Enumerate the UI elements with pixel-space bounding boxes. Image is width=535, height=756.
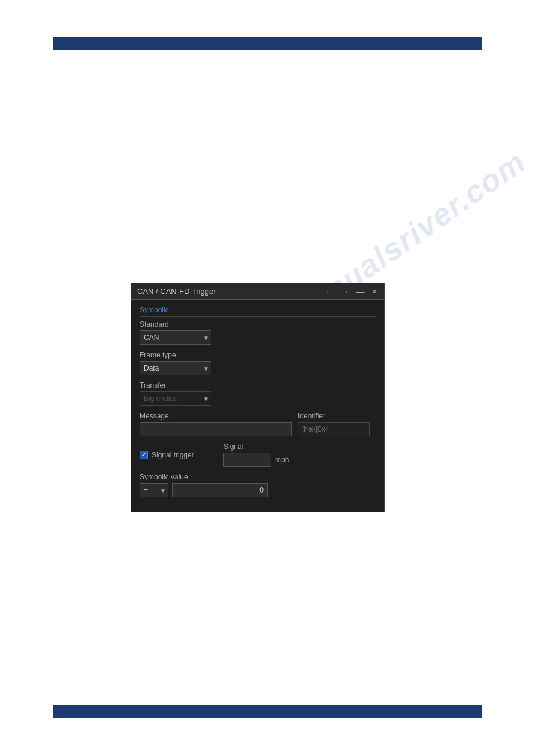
frame-type-field-group: Frame type Data Remote Error ▼ — [140, 351, 376, 375]
symbolic-value-label: Symbolic value — [140, 473, 376, 481]
frame-type-label: Frame type — [140, 351, 376, 359]
message-input[interactable] — [140, 422, 292, 436]
transfer-label: Transfer — [140, 381, 376, 390]
frame-type-select[interactable]: Data Remote Error — [140, 361, 211, 375]
standard-select-wrapper: CAN CAN-FD ▼ — [140, 330, 211, 345]
standard-label: Standard — [140, 320, 376, 329]
operator-select[interactable]: = != < > <= >= — [140, 483, 168, 497]
operator-select-wrapper: = != < > <= >= ▼ — [140, 483, 168, 497]
close-button[interactable]: × — [371, 287, 378, 296]
dialog-title: CAN / CAN-FD Trigger — [137, 287, 216, 296]
identifier-group: Identifier — [298, 412, 376, 436]
transfer-field-group: Transfer Big endian Little endian ▼ — [140, 381, 376, 406]
top-bar — [53, 37, 482, 50]
signal-label: Signal — [223, 442, 289, 451]
dialog-controls: ← → — × — [324, 287, 378, 296]
identifier-label: Identifier — [298, 412, 376, 420]
forward-button[interactable]: → — [340, 287, 350, 296]
dialog-titlebar: CAN / CAN-FD Trigger ← → — × — [131, 283, 384, 300]
signal-trigger-label: Signal trigger — [152, 451, 194, 459]
dialog-body: Symbolic Standard CAN CAN-FD ▼ Frame typ… — [131, 300, 384, 512]
symbolic-value-field-group: Symbolic value = != < > <= >= ▼ — [140, 473, 376, 497]
identifier-input[interactable] — [298, 422, 370, 436]
symbolic-value-input[interactable] — [172, 483, 268, 497]
checkmark-icon: ✓ — [141, 452, 146, 458]
bottom-bar — [53, 705, 482, 718]
standard-field-group: Standard CAN CAN-FD ▼ — [140, 320, 376, 345]
symbolic-value-row: = != < > <= >= ▼ — [140, 483, 376, 497]
signal-input-group: Signal mph — [223, 442, 289, 467]
dialog-can-fd-trigger: CAN / CAN-FD Trigger ← → — × Symbolic St… — [131, 283, 385, 512]
transfer-select-wrapper: Big endian Little endian ▼ — [140, 391, 211, 406]
minimize-button[interactable]: — — [355, 287, 366, 296]
signal-unit: mph — [275, 456, 289, 464]
signal-row: ✓ Signal trigger Signal mph — [140, 442, 376, 467]
standard-select[interactable]: CAN CAN-FD — [140, 330, 211, 345]
back-button[interactable]: ← — [324, 287, 335, 296]
message-identifier-row: Message Identifier — [140, 412, 376, 436]
message-label: Message — [140, 412, 292, 420]
signal-trigger-group: ✓ Signal trigger — [140, 451, 217, 459]
message-group: Message — [140, 412, 292, 436]
transfer-select[interactable]: Big endian Little endian — [140, 391, 211, 406]
signal-input[interactable] — [223, 453, 271, 467]
signal-trigger-checkbox[interactable]: ✓ — [140, 451, 148, 459]
frame-type-select-wrapper: Data Remote Error ▼ — [140, 361, 211, 375]
symbolic-section-label: Symbolic — [140, 306, 376, 317]
